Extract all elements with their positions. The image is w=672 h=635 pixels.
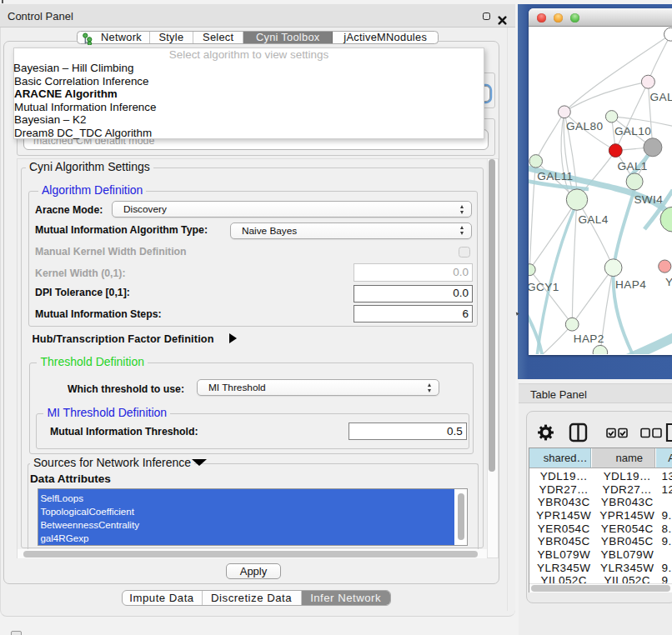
svg-text:SWI4: SWI4	[634, 193, 663, 206]
svg-text:GAL1: GAL1	[617, 160, 647, 172]
svg-text:GCY1: GCY1	[529, 281, 559, 293]
svg-text:GAL11: GAL11	[537, 170, 573, 182]
svg-text:HAP2: HAP2	[574, 332, 604, 344]
svg-text:GAL: GAL	[650, 91, 672, 103]
svg-text:GAL4: GAL4	[578, 212, 608, 225]
svg-text:HAP4: HAP4	[615, 278, 646, 291]
svg-text:GAL80: GAL80	[566, 120, 603, 132]
svg-text:GAL10: GAL10	[614, 125, 651, 138]
svg-text:Y: Y	[665, 276, 672, 288]
